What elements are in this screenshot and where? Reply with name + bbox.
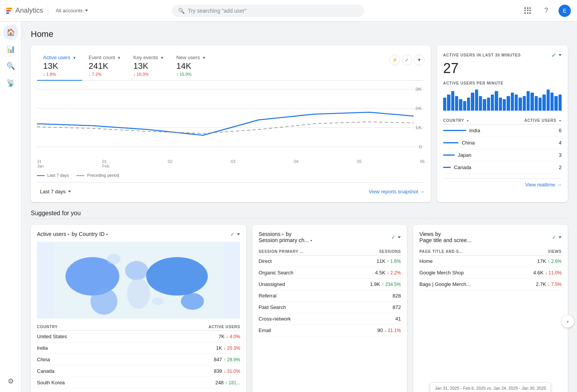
- active-col-header[interactable]: Active Users: [502, 117, 562, 125]
- sessions-table-row[interactable]: Direct 11K ↑ 1.6%: [258, 256, 401, 267]
- sessions-table-row[interactable]: Organic Search 4.5K ↓ 2.2%: [258, 267, 401, 279]
- realtime-bar: [519, 98, 522, 111]
- tab-new-users-label: New users ▼: [176, 55, 206, 60]
- map-country: United States: [37, 331, 136, 342]
- active-users-title[interactable]: Active users: [37, 231, 70, 237]
- tab-active-users-label: Active users ▼: [43, 55, 76, 60]
- logo-bar-3: [6, 12, 9, 14]
- suggested-divider: [31, 218, 568, 219]
- sug-views-chevron[interactable]: [559, 236, 562, 238]
- realtime-bar: [471, 93, 474, 111]
- svg-text:3K: 3K: [415, 87, 422, 91]
- help-icon[interactable]: ?: [540, 5, 552, 17]
- sug-sessions-chevron[interactable]: [398, 236, 401, 238]
- tab-icons: ⚡ ✓ ▼: [389, 51, 425, 80]
- compare-icon-btn[interactable]: ⚡: [389, 55, 400, 65]
- page-title: Home: [31, 29, 568, 39]
- sidebar-item-explore[interactable]: 🔍: [3, 58, 18, 74]
- country-id-title[interactable]: Country ID: [79, 231, 108, 237]
- tab-key-events-change: ↓ 10.3%: [133, 72, 164, 76]
- realtime-bar: [475, 90, 478, 111]
- sessions-col1-header[interactable]: SESSION PRIMARY ...: [258, 248, 343, 256]
- map-active-users: 1K ↓ 20.3%: [136, 342, 240, 354]
- map-col1-header[interactable]: COUNTRY: [37, 323, 136, 331]
- main-chart-card: Active users ▼ 13K ↓ 1.6% Event count ▼ …: [31, 45, 431, 202]
- avatar[interactable]: E: [559, 5, 571, 17]
- map-country: South Korea: [37, 377, 136, 389]
- sidebar-item-settings[interactable]: ⚙: [3, 374, 18, 389]
- more-icon-btn[interactable]: ▼: [414, 55, 425, 65]
- tab-key-events[interactable]: Key events ▼ 13K ↓ 10.3%: [127, 51, 170, 80]
- session-channel-title[interactable]: Session primary ch...: [258, 237, 313, 243]
- map-table-row[interactable]: United States 7K ↓ 4.0%: [37, 331, 240, 342]
- sessions-title[interactable]: Sessions: [258, 231, 284, 237]
- map-table-row[interactable]: China 847 ↑ 28.9%: [37, 354, 240, 365]
- nav-divider: [48, 6, 48, 15]
- sessions-table-row[interactable]: Referral 828: [258, 290, 401, 302]
- chart-x-labels: 31Jan 01Feb 02 03 04 05 06: [37, 158, 425, 170]
- suggested-section: Suggested for you Active users by Countr…: [31, 210, 568, 392]
- map-table-row[interactable]: South Korea 248 ↑ 181...: [37, 377, 240, 389]
- search-bar[interactable]: 🔍 Try searching "add user": [172, 5, 364, 17]
- date-range-button[interactable]: Last 7 days: [37, 187, 74, 196]
- sessions-table-row[interactable]: Email 90 ↓ 21.1%: [258, 325, 401, 336]
- svg-point-13: [146, 257, 208, 296]
- realtime-bar: [539, 98, 542, 111]
- tab-active-users[interactable]: Active users ▼ 13K ↓ 1.6%: [37, 51, 82, 80]
- realtime-bar: [455, 96, 458, 111]
- tab-event-count[interactable]: Event count ▼ 241K ↓ 7.2%: [82, 51, 127, 80]
- sessions-col2-header[interactable]: SESSIONS: [343, 248, 401, 256]
- country-table-row[interactable]: India 6: [443, 125, 562, 137]
- session-count: 41: [343, 313, 401, 325]
- sidebar-item-advertising[interactable]: 📡: [3, 75, 18, 91]
- country-count: 4: [502, 137, 562, 149]
- map-table-row[interactable]: Japan 223 ↓ 30.7%: [37, 389, 240, 392]
- realtime-bar: [487, 98, 490, 111]
- map-table-row[interactable]: India 1K ↓ 20.3%: [37, 342, 240, 354]
- sessions-table-row[interactable]: Unassigned 1.9K ↑ 234.5%: [258, 279, 401, 290]
- realtime-chevron[interactable]: [559, 54, 562, 56]
- apps-icon[interactable]: [522, 5, 534, 17]
- sidebar-item-home[interactable]: 🏠: [3, 25, 18, 40]
- logo-icon: [6, 8, 12, 14]
- all-accounts-button[interactable]: All accounts: [53, 6, 91, 15]
- next-card-button[interactable]: ›: [562, 315, 574, 327]
- check-icon-btn[interactable]: ✓: [402, 55, 412, 65]
- views-table-row[interactable]: Bags | Google Merch... 2.7K ↓ 7.5%: [419, 279, 562, 290]
- realtime-header-label: Active users in last 30 minutes: [443, 53, 521, 57]
- all-accounts-chevron: [85, 10, 88, 12]
- realtime-bar: [451, 91, 454, 111]
- tab-event-count-label: Event count ▼: [88, 55, 121, 60]
- sug-card-views-header: Views by Page title and scree... ✓: [419, 231, 562, 243]
- tab-new-users[interactable]: New users ▼ 14K ↑ 15.0%: [170, 51, 212, 80]
- session-count: 828: [343, 290, 401, 302]
- sug-map-chevron[interactable]: [237, 233, 240, 235]
- views-col2-header[interactable]: VIEWS: [511, 248, 562, 256]
- sessions-table-row[interactable]: Cross-network 41: [258, 313, 401, 325]
- map-country: China: [37, 354, 136, 365]
- sessions-table-row[interactable]: Paid Search 872: [258, 302, 401, 313]
- view-reports-link[interactable]: View reports snapshot →: [369, 189, 425, 194]
- country-count: 2: [502, 161, 562, 174]
- date-range-chevron: [68, 191, 71, 193]
- country-table-row[interactable]: China 4: [443, 137, 562, 149]
- nav-right: ? E: [522, 5, 571, 17]
- views-col1-header[interactable]: PAGE TITLE AND S...: [419, 248, 511, 256]
- country-table-row[interactable]: Canada 2: [443, 161, 562, 174]
- sug-card-map-header: Active users by Country ID ✓: [37, 231, 240, 237]
- legend-dashed: Preceding period: [77, 173, 119, 178]
- sidebar-item-reports[interactable]: 📊: [3, 42, 18, 57]
- map-table-row[interactable]: Canada 839 ↓ 31.0%: [37, 365, 240, 377]
- realtime-bar: [523, 96, 526, 111]
- map-col2-header[interactable]: ACTIVE USERS: [136, 323, 240, 331]
- svg-point-16: [152, 297, 163, 305]
- country-name: India: [443, 125, 502, 137]
- view-realtime-link[interactable]: View realtime →: [443, 178, 562, 188]
- tab-event-count-value: 241K: [88, 61, 121, 71]
- views-table-row[interactable]: Google Merch Shop 4.6K ↓ 11.0%: [419, 267, 562, 279]
- realtime-bar: [515, 95, 518, 111]
- country-table-row[interactable]: Japan 3: [443, 149, 562, 161]
- country-col-header[interactable]: Country: [443, 117, 502, 125]
- views-table-row[interactable]: Home 17K ↑ 2.6%: [419, 256, 562, 267]
- session-channel: Direct: [258, 256, 343, 267]
